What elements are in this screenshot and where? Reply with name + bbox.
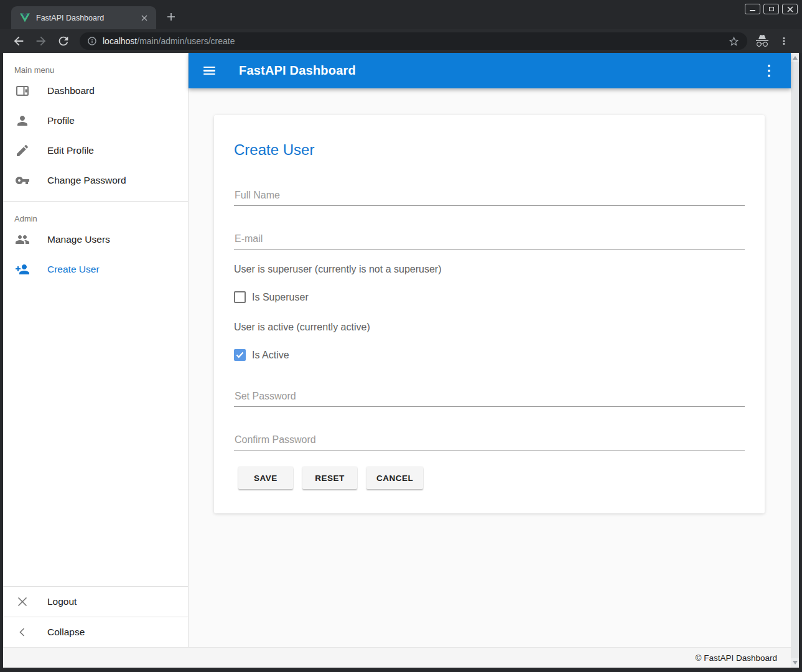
vue-favicon-icon — [20, 13, 30, 22]
is-superuser-checkbox[interactable] — [234, 291, 246, 303]
sidebar-item-label: Collapse — [47, 627, 85, 638]
full-name-field-wrap — [234, 190, 745, 206]
chevron-left-icon — [15, 625, 30, 640]
tab-close-icon[interactable] — [139, 12, 150, 24]
close-x-icon — [15, 594, 30, 609]
window-maximize-button[interactable] — [763, 4, 779, 14]
sidebar-item-collapse[interactable]: Collapse — [3, 617, 188, 647]
new-tab-button[interactable] — [164, 9, 179, 24]
confirm-password-input[interactable] — [234, 434, 745, 450]
page-viewport: Main menu Dashboard Profile — [3, 53, 799, 668]
sidebar-item-dashboard[interactable]: Dashboard — [3, 76, 188, 106]
create-user-card: Create User User is superuser (currently… — [214, 115, 765, 513]
is-active-label: Is Active — [252, 350, 289, 361]
active-hint: User is active (currently active) — [234, 322, 745, 333]
set-password-field-wrap — [234, 391, 745, 407]
forward-button[interactable] — [34, 34, 48, 48]
is-active-checkbox[interactable] — [234, 349, 246, 361]
window-minimize-button[interactable] — [745, 4, 760, 14]
sidebar-item-logout[interactable]: Logout — [3, 587, 188, 617]
bookmark-star-icon[interactable] — [728, 35, 740, 47]
sidebar-header-main-menu: Main menu — [3, 53, 188, 76]
dashboard-icon — [15, 83, 30, 98]
sidebar-item-profile[interactable]: Profile — [3, 106, 188, 136]
sidebar-item-change-password[interactable]: Change Password — [3, 166, 188, 195]
page-footer: © FastAPI Dashboard — [3, 647, 791, 668]
pencil-icon — [15, 143, 30, 158]
confirm-password-field-wrap — [234, 434, 745, 450]
browser-titlebar: FastAPI Dashboard — [0, 0, 802, 29]
person-add-icon — [15, 262, 30, 277]
sidebar-item-label: Change Password — [47, 175, 126, 186]
window-close-button[interactable] — [782, 4, 798, 14]
reload-button[interactable] — [57, 34, 70, 48]
sidebar: Main menu Dashboard Profile — [3, 53, 189, 647]
set-password-input[interactable] — [234, 391, 745, 407]
sidebar-item-label: Manage Users — [47, 234, 110, 245]
browser-tab[interactable]: FastAPI Dashboard — [11, 6, 156, 29]
appbar-kebab-icon[interactable] — [768, 64, 771, 77]
page-content: Create User User is superuser (currently… — [189, 88, 791, 647]
appbar: FastAPI Dashboard — [189, 53, 791, 88]
browser-window: FastAPI Dashboard — [0, 0, 802, 672]
tab-title: FastAPI Dashboard — [36, 14, 139, 22]
sidebar-item-label: Profile — [47, 115, 75, 126]
is-superuser-label: Is Superuser — [252, 292, 309, 303]
sidebar-item-edit-profile[interactable]: Edit Profile — [3, 136, 188, 166]
is-superuser-checkbox-row[interactable]: Is Superuser — [234, 291, 745, 303]
sidebar-item-create-user[interactable]: Create User — [3, 254, 188, 284]
scrollbar-down-arrow-icon[interactable] — [793, 661, 798, 665]
sidebar-header-admin: Admin — [3, 202, 188, 225]
sidebar-item-label: Create User — [47, 264, 100, 275]
email-input[interactable] — [234, 233, 745, 250]
checkmark-icon — [236, 352, 244, 358]
cancel-button[interactable]: CANCEL — [366, 467, 423, 489]
browser-toolbar: localhost/main/admin/users/create — [0, 29, 802, 53]
page-info-icon[interactable] — [87, 36, 97, 46]
is-active-checkbox-row[interactable]: Is Active — [234, 349, 745, 361]
sidebar-item-label: Dashboard — [47, 85, 95, 96]
superuser-hint: User is superuser (currently is not a su… — [234, 264, 745, 275]
full-name-input[interactable] — [234, 190, 745, 206]
form-buttons: SAVE RESET CANCEL — [238, 467, 745, 489]
footer-copyright: © FastAPI Dashboard — [695, 653, 777, 663]
key-icon — [15, 173, 30, 188]
scrollbar-thumb[interactable] — [791, 62, 799, 658]
save-button[interactable]: SAVE — [238, 467, 293, 489]
main-area: FastAPI Dashboard Create User — [189, 53, 791, 647]
hamburger-menu-icon[interactable] — [203, 67, 215, 75]
reset-button[interactable]: RESET — [302, 467, 357, 489]
sidebar-item-label: Logout — [47, 596, 77, 607]
vertical-scrollbar[interactable] — [791, 53, 799, 668]
back-button[interactable] — [12, 34, 26, 48]
person-icon — [15, 113, 30, 128]
people-icon — [15, 232, 30, 247]
incognito-icon — [755, 34, 770, 49]
scrollbar-up-arrow-icon[interactable] — [793, 56, 798, 60]
browser-menu-kebab-icon[interactable] — [778, 35, 790, 47]
card-title: Create User — [234, 141, 745, 159]
sidebar-item-label: Edit Profile — [47, 145, 94, 156]
url-text[interactable]: localhost/main/admin/users/create — [103, 36, 235, 46]
appbar-title: FastAPI Dashboard — [239, 63, 356, 78]
email-field-wrap — [234, 233, 745, 250]
url-bar[interactable]: localhost/main/admin/users/create — [80, 32, 747, 50]
sidebar-item-manage-users[interactable]: Manage Users — [3, 225, 188, 254]
